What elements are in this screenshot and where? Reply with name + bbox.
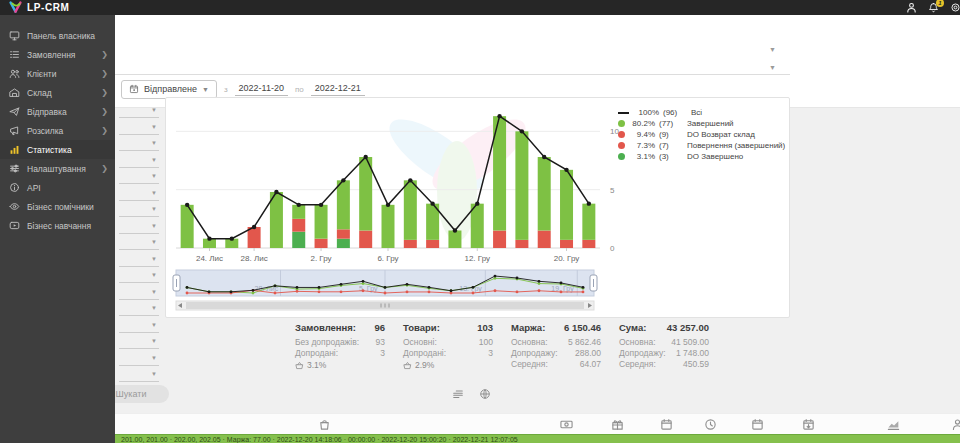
sidebar-item-mailing[interactable]: Розсилка❯: [0, 121, 115, 140]
globe-icon[interactable]: [479, 388, 491, 400]
table-row-highlighted[interactable]: 201.00, 201.00 · 202.00, 202.05 · Маржа:…: [115, 434, 960, 443]
sidebar-item-clients[interactable]: Клієнти❯: [0, 64, 115, 83]
line-point[interactable]: [453, 228, 457, 232]
sidebar-item-settings[interactable]: Налаштування❯: [0, 159, 115, 178]
bar-segment[interactable]: [292, 219, 305, 232]
filter-select-6[interactable]: ▼: [119, 187, 159, 201]
settings-gear-icon[interactable]: [950, 2, 960, 13]
bar-segment[interactable]: [292, 232, 305, 248]
filter-select-5[interactable]: ▼: [119, 170, 159, 184]
filter-select-13[interactable]: ▼: [119, 302, 159, 316]
info-icon: [9, 182, 20, 193]
calendar-icon[interactable]: [660, 418, 673, 431]
top-select-2[interactable]: ▼: [115, 56, 790, 75]
line-point[interactable]: [230, 236, 234, 240]
banknote-icon[interactable]: [560, 418, 573, 431]
filter-select-9[interactable]: ▼: [119, 236, 159, 250]
filter-select-10[interactable]: ▼: [119, 253, 159, 267]
bar-segment[interactable]: [448, 231, 461, 249]
line-point[interactable]: [587, 201, 591, 205]
filter-select-1[interactable]: ▼: [119, 104, 159, 118]
legend-item-1[interactable]: 80.2%(77)Завершений: [618, 118, 788, 129]
line-point[interactable]: [363, 155, 367, 159]
bar-segment[interactable]: [337, 239, 350, 248]
person-icon[interactable]: [951, 418, 960, 431]
sidebar-item-owner-panel[interactable]: Панель власника: [0, 26, 115, 45]
legend-item-0[interactable]: 100%(96)Всі: [618, 107, 788, 118]
bar-segment[interactable]: [359, 231, 372, 249]
bar-segment[interactable]: [404, 240, 417, 248]
line-point[interactable]: [252, 225, 256, 229]
bar-segment[interactable]: [538, 157, 551, 231]
sidebar-item-statistics[interactable]: Статистика: [0, 140, 115, 159]
calendar-icon[interactable]: [751, 418, 764, 431]
filter-select-7[interactable]: ▼: [119, 203, 159, 217]
bell-icon[interactable]: 1: [928, 2, 939, 13]
legend-item-2[interactable]: 9.4%(9)DO Возврат склад: [618, 129, 788, 140]
filter-select-15[interactable]: ▼: [119, 335, 159, 349]
sidebar-item-business-helpers[interactable]: Бізнес помічники: [0, 197, 115, 216]
user-icon[interactable]: [906, 2, 917, 13]
sidebar-item-orders[interactable]: Замовлення❯: [0, 45, 115, 64]
status-filter-select[interactable]: Відправлене ▼: [121, 80, 217, 99]
filter-select-8[interactable]: ▼: [119, 220, 159, 234]
bar-segment[interactable]: [471, 204, 484, 248]
bar-segment[interactable]: [382, 205, 395, 248]
legend-item-3[interactable]: 7.3%(7)Повернення (завершений): [618, 140, 788, 151]
legend-item-4[interactable]: 3.1%(3)DO Завершено: [618, 151, 788, 162]
bar-segment[interactable]: [538, 231, 551, 249]
line-point[interactable]: [542, 155, 546, 159]
bar-segment[interactable]: [515, 240, 528, 248]
bag-icon[interactable]: [318, 418, 331, 431]
bar-segment[interactable]: [315, 205, 328, 239]
list-icon: [9, 49, 20, 60]
bar-segment[interactable]: [337, 180, 350, 229]
bar-segment[interactable]: [315, 239, 328, 248]
line-point[interactable]: [319, 203, 323, 207]
line-point[interactable]: [497, 114, 501, 118]
line-point[interactable]: [274, 190, 278, 194]
filter-select-3[interactable]: ▼: [119, 137, 159, 151]
filter-select-16[interactable]: ▼: [119, 352, 159, 366]
sidebar-item-api[interactable]: API: [0, 178, 115, 197]
orders-chart[interactable]: 051024. Лис28. Лис2. Гру6. Гру12. Гру20.…: [170, 100, 640, 314]
calendar-export-icon[interactable]: [802, 418, 815, 431]
bar-segment[interactable]: [515, 131, 528, 240]
chart-menu-icon[interactable]: [452, 388, 464, 400]
line-point[interactable]: [408, 178, 412, 182]
gift-icon[interactable]: [611, 418, 624, 431]
bar-segment[interactable]: [582, 204, 595, 240]
lp-crm-logo[interactable]: LP-CRM: [8, 1, 69, 14]
bar-segment[interactable]: [560, 170, 573, 240]
filter-select-12[interactable]: ▼: [119, 286, 159, 300]
bar-segment[interactable]: [560, 240, 573, 248]
bar-segment[interactable]: [337, 229, 350, 238]
line-point[interactable]: [430, 201, 434, 205]
sidebar-item-warehouse[interactable]: Склад❯: [0, 83, 115, 102]
bar-segment[interactable]: [493, 231, 506, 249]
sidebar-item-business-training[interactable]: Бізнес навчання: [0, 216, 115, 235]
line-point[interactable]: [297, 203, 301, 207]
bar-segment[interactable]: [426, 240, 439, 248]
line-point[interactable]: [564, 168, 568, 172]
filter-select-14[interactable]: ▼: [119, 319, 159, 333]
bar-segment[interactable]: [404, 180, 417, 240]
top-select-1[interactable]: ▼: [115, 31, 790, 57]
chart-area-icon[interactable]: [887, 418, 900, 431]
sidebar-item-shipping[interactable]: Відправка❯: [0, 102, 115, 121]
filter-select-17[interactable]: ▼: [119, 368, 159, 382]
line-point[interactable]: [341, 178, 345, 182]
filter-select-2[interactable]: ▼: [119, 121, 159, 135]
line-point[interactable]: [520, 129, 524, 133]
date-from-input[interactable]: 2022-11-20: [235, 82, 288, 96]
line-point[interactable]: [386, 203, 390, 207]
line-point[interactable]: [475, 201, 479, 205]
filter-select-4[interactable]: ▼: [119, 154, 159, 168]
filter-select-11[interactable]: ▼: [119, 269, 159, 283]
bar-segment[interactable]: [582, 240, 595, 248]
line-point[interactable]: [185, 203, 189, 207]
clock-icon[interactable]: [704, 418, 717, 431]
date-to-input[interactable]: 2022-12-21: [311, 82, 365, 96]
line-point[interactable]: [207, 236, 211, 240]
date-to-label: по: [295, 85, 304, 94]
